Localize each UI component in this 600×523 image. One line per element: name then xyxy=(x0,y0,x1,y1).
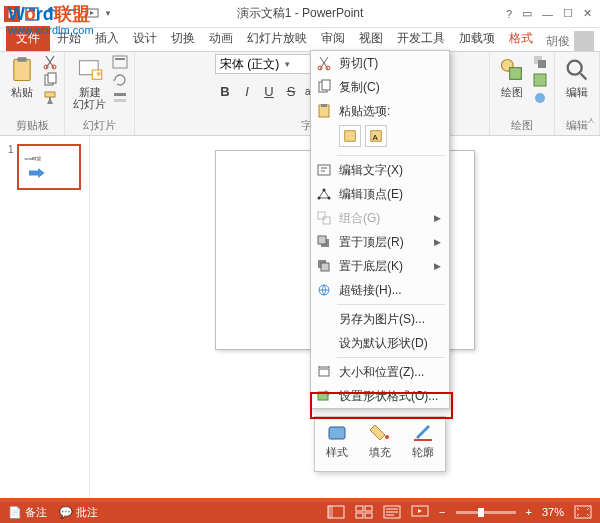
mini-style-label: 样式 xyxy=(326,445,348,460)
ctx-size-pos-label: 大小和位置(Z)... xyxy=(339,364,424,381)
minimize-button[interactable]: — xyxy=(542,8,553,20)
tab-slideshow[interactable]: 幻灯片放映 xyxy=(240,26,314,51)
reset-icon[interactable] xyxy=(112,72,128,88)
format-painter-icon[interactable] xyxy=(42,90,58,106)
comments-button[interactable]: 💬 批注 xyxy=(59,505,98,520)
svg-rect-56 xyxy=(365,513,372,518)
normal-view-icon[interactable] xyxy=(327,505,345,519)
zoom-slider[interactable] xyxy=(456,511,516,514)
ribbon-options-icon[interactable]: ▭ xyxy=(522,7,532,20)
zoom-out-button[interactable]: − xyxy=(439,506,445,518)
slide-thumbnails-panel: 1 word联盟 xyxy=(0,136,90,501)
ctx-bring-front[interactable]: 置于顶层(R)▶ xyxy=(311,230,449,254)
ctx-set-default-shape[interactable]: 设为默认形状(D) xyxy=(311,331,449,355)
paste-icon xyxy=(316,103,332,119)
user-name[interactable]: 胡俊 xyxy=(546,33,570,50)
editing-button[interactable]: 编辑 xyxy=(561,54,593,100)
ctx-format-shape[interactable]: 设置形状格式(O)... xyxy=(311,384,449,408)
ctx-send-back[interactable]: 置于底层(K)▶ xyxy=(311,254,449,278)
ctx-edit-points-label: 编辑顶点(E) xyxy=(339,186,403,203)
group-clipboard: 粘贴 剪贴板 xyxy=(0,52,65,135)
strike-button[interactable]: S xyxy=(281,81,301,101)
underline-button[interactable]: U xyxy=(259,81,279,101)
ctx-group: 组合(G)▶ xyxy=(311,206,449,230)
copy-icon[interactable] xyxy=(42,72,58,88)
paste-option-picture[interactable]: A xyxy=(365,125,387,147)
collapse-ribbon-icon[interactable]: ㅅ xyxy=(586,114,596,128)
svg-rect-35 xyxy=(318,165,330,175)
sorter-view-icon[interactable] xyxy=(355,505,373,519)
shape-effects-icon[interactable] xyxy=(532,90,548,106)
ctx-save-as-picture[interactable]: 另存为图片(S)... xyxy=(311,307,449,331)
svg-rect-23 xyxy=(534,74,546,86)
style-icon xyxy=(326,421,348,443)
tab-format[interactable]: 格式 xyxy=(502,26,540,51)
comments-label: 批注 xyxy=(76,506,98,518)
tab-design[interactable]: 设计 xyxy=(126,26,164,51)
paste-button[interactable]: 粘贴 xyxy=(6,54,38,100)
font-name-combo[interactable]: 宋体 (正文)▼ xyxy=(215,54,311,74)
bold-button[interactable]: B xyxy=(215,81,235,101)
svg-rect-6 xyxy=(17,57,26,62)
close-button[interactable]: ✕ xyxy=(583,7,592,20)
svg-point-36 xyxy=(318,197,321,200)
copy-icon xyxy=(316,79,332,95)
svg-rect-18 xyxy=(114,99,126,102)
ctx-hyperlink[interactable]: 超链接(H)... xyxy=(311,278,449,302)
cut-icon xyxy=(316,55,332,71)
tab-addins[interactable]: 加载项 xyxy=(452,26,502,51)
find-icon xyxy=(563,56,591,84)
zoom-level[interactable]: 37% xyxy=(542,506,564,518)
drawing-group-label: 绘图 xyxy=(511,116,533,135)
slideshow-view-icon[interactable] xyxy=(411,505,429,519)
ctx-save-pic-label: 另存为图片(S)... xyxy=(339,311,425,328)
svg-rect-46 xyxy=(319,369,329,376)
arrange-icon[interactable] xyxy=(532,54,548,70)
cut-icon[interactable] xyxy=(42,54,58,70)
user-avatar[interactable] xyxy=(574,31,594,51)
italic-button[interactable]: I xyxy=(237,81,257,101)
svg-rect-5 xyxy=(14,60,30,81)
maximize-button[interactable]: ☐ xyxy=(563,7,573,20)
layout-icon[interactable] xyxy=(112,54,128,70)
font-name-value: 宋体 (正文) xyxy=(220,56,279,73)
svg-point-37 xyxy=(323,189,326,192)
svg-rect-40 xyxy=(323,217,330,224)
svg-point-49 xyxy=(385,435,389,439)
ctx-copy[interactable]: 复制(C) xyxy=(311,75,449,99)
tab-transitions[interactable]: 切换 xyxy=(164,26,202,51)
ctx-size-position[interactable]: 大小和位置(Z)... xyxy=(311,360,449,384)
slide-thumbnail-1[interactable]: word联盟 xyxy=(17,144,81,190)
zoom-in-button[interactable]: + xyxy=(526,506,532,518)
drawing-button[interactable]: 绘图 xyxy=(496,54,528,100)
ctx-set-default-label: 设为默认形状(D) xyxy=(339,335,428,352)
tab-view[interactable]: 视图 xyxy=(352,26,390,51)
window-title: 演示文稿1 - PowerPoint xyxy=(237,5,364,22)
quick-styles-icon[interactable] xyxy=(532,72,548,88)
size-position-icon xyxy=(316,364,332,380)
group-drawing: 绘图 绘图 xyxy=(490,52,555,135)
ctx-cut[interactable]: 剪切(T) xyxy=(311,51,449,75)
help-icon[interactable]: ? xyxy=(506,8,512,20)
tab-review[interactable]: 审阅 xyxy=(314,26,352,51)
ctx-edit-text[interactable]: 编辑文字(X) xyxy=(311,158,449,182)
ctx-edit-points[interactable]: 编辑顶点(E) xyxy=(311,182,449,206)
mini-style-button[interactable]: 样式 xyxy=(326,421,348,460)
paste-option-theme[interactable] xyxy=(339,125,361,147)
mini-fill-button[interactable]: 填充 xyxy=(369,421,391,460)
thumb-number: 1 xyxy=(8,144,14,190)
fit-to-window-icon[interactable] xyxy=(574,505,592,519)
tab-developer[interactable]: 开发工具 xyxy=(390,26,452,51)
ribbon: 粘贴 剪贴板 ✶ 新建 幻灯片 幻灯片 宋体 ( xyxy=(0,52,600,136)
qat-dropdown-icon[interactable]: ▼ xyxy=(104,9,112,18)
mini-outline-button[interactable]: 轮廓 xyxy=(412,421,434,460)
reading-view-icon[interactable] xyxy=(383,505,401,519)
tab-animations[interactable]: 动画 xyxy=(202,26,240,51)
svg-rect-53 xyxy=(356,506,363,511)
notes-button[interactable]: 📄 备注 xyxy=(8,505,47,520)
new-slide-button[interactable]: ✶ 新建 幻灯片 xyxy=(71,54,108,112)
svg-rect-32 xyxy=(345,131,356,142)
mini-fill-label: 填充 xyxy=(369,445,391,460)
paste-icon xyxy=(8,56,36,84)
section-icon[interactable] xyxy=(112,90,128,106)
